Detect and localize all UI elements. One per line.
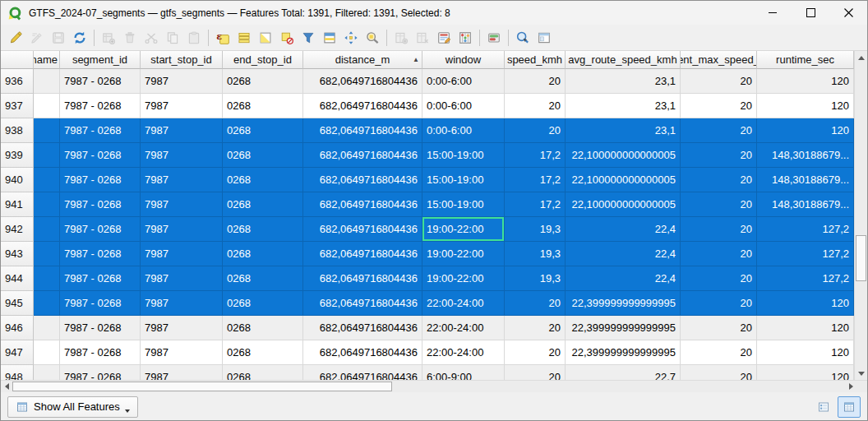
cell-window[interactable]: 22:00-24:00 [422,340,505,365]
form-view-button[interactable] [812,396,835,418]
scroll-down-button[interactable] [855,367,868,380]
cell-speed_kmh[interactable]: 19,3 [505,217,566,242]
cell-start_stop_id[interactable]: 7987 [141,94,223,118]
cell-start_stop_id[interactable]: 7987 [141,168,223,192]
move-selection-to-top-button[interactable] [319,27,340,49]
cell-name[interactable] [34,266,60,291]
cell-segment_max_speed[interactable]: 20 [681,242,757,266]
cell-end_stop_id[interactable]: 0268 [223,316,303,340]
cell-window[interactable]: 19:00-22:00 [422,266,505,291]
cell-segment_id[interactable]: 7987 - 0268 [60,316,141,340]
cell-distance_m[interactable]: 682,0649716804436 [303,340,422,365]
zoom-to-selected-button[interactable] [362,27,383,49]
cell-end_stop_id[interactable]: 0268 [223,69,303,94]
column-header-end_stop_id[interactable]: end_stop_id [223,51,303,69]
cell-distance_m[interactable]: 682,0649716804436 [303,118,422,143]
cell-distance_m[interactable]: 682,0649716804436 [303,316,422,340]
zoom-search-button[interactable] [512,27,533,49]
cell-window[interactable]: 0:00-6:00 [422,118,505,143]
cell-distance_m[interactable]: 682,0649716804436 [303,291,422,316]
cell-end_stop_id[interactable]: 0268 [223,94,303,118]
cell-runtime_sec[interactable]: 120 [757,94,854,118]
row-number[interactable]: 946 [1,316,34,340]
cell-segment_id[interactable]: 7987 - 0268 [60,365,141,380]
row-number[interactable]: 939 [1,143,34,168]
cell-start_stop_id[interactable]: 7987 [141,143,223,168]
cell-segment_max_speed[interactable]: 20 [681,365,757,380]
cell-segment_id[interactable]: 7987 - 0268 [60,118,141,143]
cell-name[interactable] [34,168,60,192]
reload-table-button[interactable] [69,27,90,49]
cell-segment_max_speed[interactable]: 20 [681,143,757,168]
conditional-formatting-button[interactable] [455,27,476,49]
maximize-button[interactable] [792,1,829,25]
cell-window[interactable]: 19:00-22:00 [422,242,505,266]
cell-segment_max_speed[interactable]: 20 [681,69,757,94]
stored-filter-expressions-button[interactable] [483,27,505,49]
cell-speed_kmh[interactable]: 20 [505,365,566,380]
cell-avg_route_speed_kmh[interactable]: 22,100000000000005 [566,168,681,192]
column-header-distance_m[interactable]: distance_m▲ [303,51,422,69]
cell-speed_kmh[interactable]: 20 [505,94,566,118]
cell-runtime_sec[interactable]: 148,30188679... [757,192,854,217]
cell-avg_route_speed_kmh[interactable]: 22,4 [566,266,681,291]
cell-window[interactable]: 15:00-19:00 [422,143,505,168]
cell-window[interactable]: 15:00-19:00 [422,192,505,217]
pan-to-selected-button[interactable] [340,27,362,49]
cell-speed_kmh[interactable]: 20 [505,291,566,316]
cell-avg_route_speed_kmh[interactable]: 22,100000000000005 [566,143,681,168]
cell-name[interactable] [34,192,60,217]
cell-speed_kmh[interactable]: 17,2 [505,192,566,217]
cell-end_stop_id[interactable]: 0268 [223,118,303,143]
current-cell-window[interactable]: 19:00-22:00 [422,217,505,242]
dock-attribute-table-button[interactable] [533,27,555,49]
select-by-expression-button[interactable]: ε [212,27,233,49]
filter-form-button[interactable] [298,27,319,49]
cell-window[interactable]: 15:00-19:00 [422,168,505,192]
row-number[interactable]: 943 [1,242,34,266]
cell-runtime_sec[interactable]: 127,2 [757,217,854,242]
cell-end_stop_id[interactable]: 0268 [223,192,303,217]
cell-avg_route_speed_kmh[interactable]: 23,1 [566,94,681,118]
cell-segment_max_speed[interactable]: 20 [681,340,757,365]
cell-runtime_sec[interactable]: 120 [757,340,854,365]
toggle-editing-button[interactable] [5,27,26,49]
feature-filter-button[interactable]: Show All Features [7,396,138,418]
cell-segment_max_speed[interactable]: 20 [681,291,757,316]
cell-distance_m[interactable]: 682,0649716804436 [303,365,422,380]
cell-runtime_sec[interactable]: 120 [757,365,854,380]
cell-distance_m[interactable]: 682,0649716804436 [303,192,422,217]
cell-start_stop_id[interactable]: 7987 [141,242,223,266]
cell-runtime_sec[interactable]: 127,2 [757,242,854,266]
row-number[interactable]: 944 [1,266,34,291]
cell-segment_id[interactable]: 7987 - 0268 [60,69,141,94]
cell-avg_route_speed_kmh[interactable]: 22,399999999999995 [566,340,681,365]
column-header-speed_kmh[interactable]: speed_kmh [505,51,566,69]
cell-segment_id[interactable]: 7987 - 0268 [60,143,141,168]
horizontal-scrollbar[interactable] [1,380,867,392]
cell-distance_m[interactable]: 682,0649716804436 [303,94,422,118]
horizontal-scrollbar-thumb[interactable] [12,382,392,391]
cell-runtime_sec[interactable]: 120 [757,118,854,143]
cell-runtime_sec[interactable]: 120 [757,316,854,340]
close-button[interactable] [829,1,867,25]
cell-name[interactable] [34,291,60,316]
cell-start_stop_id[interactable]: 7987 [141,118,223,143]
cell-runtime_sec[interactable]: 120 [757,291,854,316]
cell-avg_route_speed_kmh[interactable]: 22,4 [566,242,681,266]
invert-selection-button[interactable] [255,27,276,49]
cell-start_stop_id[interactable]: 7987 [141,192,223,217]
cell-speed_kmh[interactable]: 20 [505,118,566,143]
scroll-right-button[interactable] [845,381,857,392]
cell-speed_kmh[interactable]: 20 [505,316,566,340]
cell-runtime_sec[interactable]: 148,30188679... [757,168,854,192]
cell-segment_id[interactable]: 7987 - 0268 [60,266,141,291]
vertical-scrollbar[interactable] [854,51,867,380]
column-header-runtime_sec[interactable]: runtime_sec [757,51,854,69]
cell-segment_id[interactable]: 7987 - 0268 [60,94,141,118]
cell-end_stop_id[interactable]: 0268 [223,340,303,365]
row-number[interactable]: 936 [1,69,34,94]
cell-avg_route_speed_kmh[interactable]: 23,1 [566,118,681,143]
cell-distance_m[interactable]: 682,0649716804436 [303,242,422,266]
cell-distance_m[interactable]: 682,0649716804436 [303,266,422,291]
